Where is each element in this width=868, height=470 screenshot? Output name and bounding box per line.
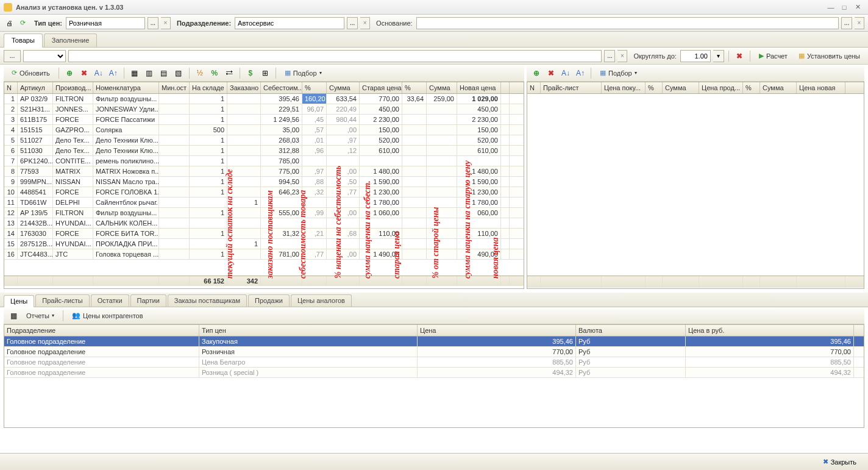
grid2-header[interactable]: %	[646, 82, 663, 93]
add-icon[interactable]: ⊕	[63, 67, 76, 79]
grid1-header[interactable]: На складе	[190, 82, 227, 93]
grid1-header[interactable]: Новая цена	[457, 82, 501, 93]
main-grid[interactable]: NАртикулПроизвод...НоменклатураМин.остНа…	[4, 82, 524, 289]
grid2-header[interactable]: Сумма	[760, 82, 797, 93]
tab-lots[interactable]: Партии	[130, 294, 166, 307]
tool-icon-3[interactable]: ▤	[158, 67, 170, 79]
tool-icon-1[interactable]: ▦	[129, 67, 141, 79]
percent-icon[interactable]: %	[208, 67, 221, 79]
counterparty-prices-button[interactable]: 👥Цены контрагентов	[68, 309, 148, 322]
cancel-icon[interactable]: ✖	[733, 50, 745, 62]
table-row[interactable]: 16JTC4483...JTCГоловка торцевая ...1781,…	[4, 249, 524, 260]
set-prices-button[interactable]: ▦Установить цены	[794, 49, 864, 63]
grid1-header[interactable]: Старая цена	[360, 82, 402, 93]
minimize-button[interactable]: —	[824, 2, 838, 12]
table-row[interactable]: 2S21H31...JONNES...JONNESWAY Удли...1229…	[4, 104, 524, 115]
refresh-icon[interactable]: ⟳	[17, 18, 28, 29]
dollar-icon[interactable]: $	[244, 67, 257, 79]
bottom-grid-header[interactable]: Валюта	[576, 325, 686, 336]
basis-input[interactable]	[416, 17, 839, 29]
grid1-header[interactable]: Номенклатура	[93, 82, 159, 93]
delete-icon[interactable]: ✖	[78, 67, 90, 79]
tab-stock[interactable]: Остатки	[91, 294, 129, 307]
tool-icon-6[interactable]: ⮂	[223, 67, 235, 79]
grid2-header[interactable]: N	[527, 82, 541, 93]
table-row[interactable]: 12AP 139/5FILTRONФильтр воздушны...1555,…	[4, 208, 524, 218]
table-row[interactable]: 877593MATRIXMATRIX Ножовка п...1775,00,9…	[4, 166, 524, 177]
grid1-header[interactable]: Артикул	[18, 82, 53, 93]
tool-icon-5[interactable]: ½	[194, 67, 206, 79]
pick-button[interactable]: ▦Подбор▾	[280, 66, 326, 80]
table-row[interactable]: 6511030Дело Тех...Дело Техники Клю...131…	[4, 146, 524, 156]
close-button[interactable]: ✖Закрыть	[817, 455, 862, 468]
maximize-button[interactable]: □	[838, 2, 851, 12]
dept-input[interactable]	[235, 17, 344, 29]
bottom-grid-header[interactable]: Тип цен	[199, 325, 418, 336]
tab-analog[interactable]: Цены аналогов	[291, 294, 352, 307]
grid1-header[interactable]: Заказано	[227, 82, 261, 93]
refresh-button[interactable]: ⟳Обновить	[7, 66, 54, 80]
table-row[interactable]: 76PK1240...CONTITE...ремень поликлино...…	[4, 156, 524, 166]
price-type-select-button[interactable]: ...	[148, 17, 158, 29]
dept-clear-button[interactable]: ×	[360, 17, 370, 29]
table-row[interactable]: 5511027Дело Тех...Дело Техники Клю...126…	[4, 135, 524, 146]
tab-pricelists[interactable]: Прайс-листы	[35, 294, 89, 307]
table-row[interactable]: Головное подразделениеРозница ( special …	[4, 368, 864, 378]
print-icon[interactable]: 🖨	[4, 18, 15, 29]
grid1-header[interactable]: %	[302, 82, 327, 93]
reports-button[interactable]: Отчеты▾	[22, 309, 59, 322]
table-row[interactable]: 3611B175FORCEFORCE Пассатижи11 249,56,45…	[4, 115, 524, 125]
basis-select-button[interactable]: ...	[841, 17, 852, 29]
bottom-grid-header[interactable]: Цена	[418, 325, 576, 336]
table-row[interactable]: 141763030FORCEFORCE БИТА TOR...131,32,21…	[4, 229, 524, 239]
filter-dots[interactable]: ...	[4, 50, 21, 62]
grid1-header[interactable]: Себестоим...	[261, 82, 302, 93]
tab-prices[interactable]: Цены	[4, 295, 34, 307]
table-row[interactable]: 104488541FORCEFORCE ГОЛОВКА 1...1646,23,…	[4, 187, 524, 198]
grid1-header[interactable]: %	[402, 82, 427, 93]
sort-desc-icon-2[interactable]: A↑	[574, 67, 586, 79]
tab-goods[interactable]: Товары	[4, 34, 43, 48]
price-type-clear-button[interactable]: ×	[161, 17, 171, 29]
table-row[interactable]: Головное подразделениеЦена Белагро885,50…	[4, 357, 864, 368]
close-window-button[interactable]: ✕	[851, 2, 864, 12]
table-row[interactable]: 1AP 032/9FILTRONФильтр воздушны...1395,4…	[4, 94, 524, 104]
table-row[interactable]: 11TD661WDELPHIСайлентблок рычаг...11 780…	[4, 198, 524, 208]
sort-desc-icon[interactable]: A↑	[107, 67, 119, 79]
delete-icon-2[interactable]: ✖	[545, 67, 557, 79]
filter-combo1[interactable]	[23, 50, 66, 62]
table-row[interactable]: Головное подразделениеЗакупочная395,46Ру…	[4, 336, 864, 347]
sort-asc-icon-2[interactable]: A↓	[560, 67, 572, 79]
calc-button[interactable]: ▶Расчет	[755, 49, 792, 63]
basis-clear-button[interactable]: ×	[855, 17, 864, 29]
bottom-grid[interactable]: ПодразделениеТип ценЦенаВалютаЦена в руб…	[4, 324, 864, 428]
grid2-header[interactable]: Сумма	[663, 82, 699, 93]
price-type-input[interactable]	[66, 17, 145, 29]
table-row[interactable]: 15287512B...HYUNDAI...ПРОКЛАДКА ПРИ...1	[4, 239, 524, 249]
grid1-header[interactable]: Сумма	[327, 82, 360, 93]
tool-icon-7[interactable]: ⊞	[259, 67, 271, 79]
table-row[interactable]: 4151515GAZPRO...Солярка50035,00,57,00150…	[4, 125, 524, 135]
tool-icon-4[interactable]: ▧	[173, 67, 185, 79]
filter-search-dots[interactable]: ...	[604, 50, 615, 62]
grid2-header[interactable]: %	[743, 82, 760, 93]
bottom-grid-header[interactable]: Подразделение	[4, 325, 199, 336]
grid2-header[interactable]: Цена новая	[797, 82, 845, 93]
grid1-header[interactable]: Мин.ост	[159, 82, 190, 93]
dept-select-button[interactable]: ...	[347, 17, 358, 29]
pick-button-2[interactable]: ▦Подбор▾	[596, 66, 641, 80]
grid2-header[interactable]: Цена прод...	[699, 82, 743, 93]
grid1-header[interactable]: Производ...	[53, 82, 93, 93]
grid1-header[interactable]: Сумма	[427, 82, 457, 93]
add-icon-2[interactable]: ⊕	[530, 67, 542, 79]
round-dropdown[interactable]: ▾	[713, 50, 724, 62]
grid2-header[interactable]: Прайс-лист	[541, 82, 602, 93]
sort-asc-icon[interactable]: A↓	[93, 67, 105, 79]
table-row[interactable]: 13214432B...HYUNDAI...САЛЬНИК КОЛЕН...	[4, 218, 524, 229]
filter-search-input[interactable]	[68, 50, 602, 62]
tab-sales[interactable]: Продажи	[248, 294, 290, 307]
tab-fill[interactable]: Заполнение	[44, 34, 98, 47]
filter-search-clear[interactable]: ×	[617, 50, 627, 62]
grid2-header[interactable]: Цена поку...	[602, 82, 646, 93]
round-input[interactable]	[680, 50, 711, 62]
